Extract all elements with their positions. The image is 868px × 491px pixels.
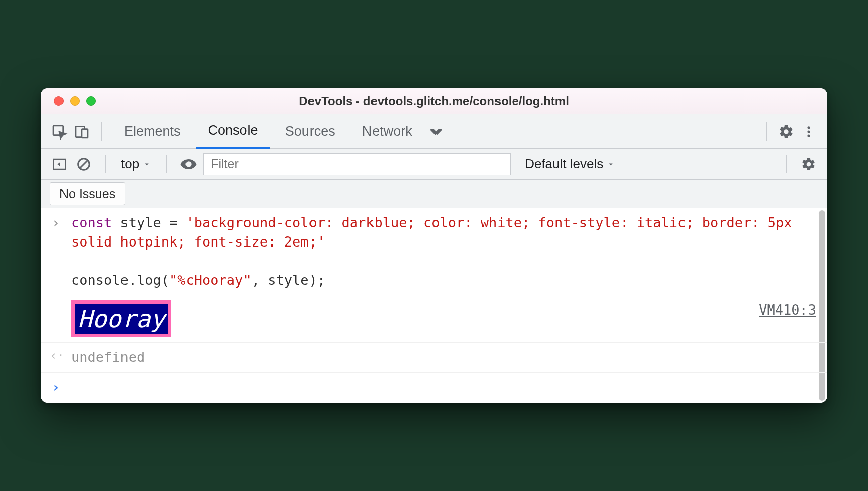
chevron-down-icon bbox=[142, 160, 151, 169]
svg-line-8 bbox=[80, 160, 88, 168]
prompt-chevron-icon: › bbox=[52, 378, 60, 397]
device-toggle-icon[interactable] bbox=[72, 122, 91, 141]
live-expression-eye-icon[interactable] bbox=[179, 155, 198, 174]
tab-elements[interactable]: Elements bbox=[112, 114, 193, 149]
tab-console[interactable]: Console bbox=[196, 114, 270, 149]
issues-bar: No Issues bbox=[41, 180, 827, 208]
log-levels-selector[interactable]: Default levels bbox=[525, 156, 615, 172]
console-sidebar-toggle-icon[interactable] bbox=[50, 155, 69, 174]
issues-button[interactable]: No Issues bbox=[50, 182, 125, 205]
console-prompt-row[interactable]: › bbox=[41, 373, 827, 403]
window-titlebar: DevTools - devtools.glitch.me/console/lo… bbox=[41, 88, 827, 114]
console-settings-gear-icon[interactable] bbox=[799, 155, 818, 174]
inspect-element-icon[interactable] bbox=[50, 122, 69, 141]
code-keyword: const bbox=[71, 215, 112, 230]
svg-point-4 bbox=[807, 130, 810, 133]
window-traffic-lights bbox=[41, 96, 96, 106]
tab-sources[interactable]: Sources bbox=[273, 114, 347, 149]
divider bbox=[766, 122, 767, 141]
levels-label: Default levels bbox=[525, 156, 603, 172]
tab-network[interactable]: Network bbox=[350, 114, 424, 149]
svg-rect-2 bbox=[82, 129, 88, 138]
return-value: undefined bbox=[71, 349, 145, 365]
svg-point-5 bbox=[807, 135, 810, 137]
console-output-row: Hooray VM410:3 bbox=[41, 295, 827, 343]
input-chevron-icon: › bbox=[52, 213, 60, 232]
console-body: › const style = 'background-color: darkb… bbox=[41, 208, 827, 402]
settings-gear-icon[interactable] bbox=[777, 122, 796, 141]
code-text: , style); bbox=[252, 272, 325, 288]
filter-input[interactable] bbox=[203, 153, 511, 175]
devtools-tabbar: Elements Console Sources Network bbox=[41, 114, 827, 149]
console-input-row: › const style = 'background-color: darkb… bbox=[41, 208, 827, 295]
maximize-window-button[interactable] bbox=[86, 96, 96, 106]
console-return-row: ‹· undefined bbox=[41, 343, 827, 373]
code-string: "%cHooray" bbox=[169, 272, 252, 288]
divider bbox=[166, 155, 167, 173]
devtools-window: DevTools - devtools.glitch.me/console/lo… bbox=[41, 88, 827, 402]
close-window-button[interactable] bbox=[54, 96, 64, 106]
context-label: top bbox=[121, 156, 139, 172]
more-tabs-icon[interactable] bbox=[427, 122, 447, 141]
svg-point-3 bbox=[807, 126, 810, 129]
execution-context-selector[interactable]: top bbox=[118, 156, 154, 172]
minimize-window-button[interactable] bbox=[70, 96, 80, 106]
chevron-down-icon bbox=[606, 160, 615, 169]
divider bbox=[101, 122, 102, 141]
source-link[interactable]: VM410:3 bbox=[759, 300, 816, 320]
divider bbox=[105, 155, 106, 173]
clear-console-icon[interactable] bbox=[74, 155, 93, 174]
console-subbar: top Default levels bbox=[41, 149, 827, 180]
code-text: console.log( bbox=[71, 272, 169, 288]
code-text: style = bbox=[112, 215, 185, 230]
entered-code: const style = 'background-color: darkblu… bbox=[71, 213, 816, 289]
kebab-menu-icon[interactable] bbox=[799, 122, 818, 141]
return-arrow-icon: ‹· bbox=[50, 348, 65, 365]
divider bbox=[786, 155, 787, 173]
window-title: DevTools - devtools.glitch.me/console/lo… bbox=[41, 94, 827, 108]
styled-log-output: Hooray bbox=[71, 300, 171, 337]
